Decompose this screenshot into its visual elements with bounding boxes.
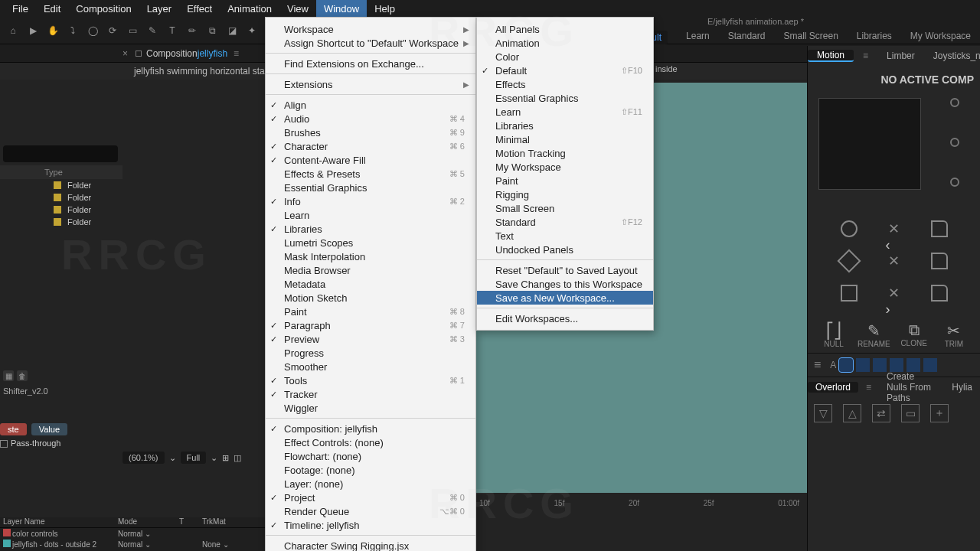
ease-preset[interactable] xyxy=(906,358,920,372)
push-down-icon[interactable]: ▽ xyxy=(814,404,832,422)
project-row[interactable]: Folder xyxy=(0,216,122,228)
workspace-small-screen[interactable]: Small Screen xyxy=(783,31,838,44)
clone-tool-icon[interactable]: ⧉ xyxy=(204,22,220,39)
menu-item[interactable]: Brushes⌘ 9 xyxy=(266,126,475,139)
zoom-select[interactable]: (60.1%) xyxy=(122,452,165,464)
menu-item[interactable]: Metadata xyxy=(266,277,475,291)
menu-item[interactable]: Small Screen xyxy=(477,201,653,215)
overlord-tab[interactable]: Overlord xyxy=(808,382,858,393)
project-search-input[interactable] xyxy=(3,145,118,162)
menu-item[interactable]: Edit Workspaces... xyxy=(477,311,653,325)
resolution-select[interactable]: Full xyxy=(181,452,207,464)
text-a-icon[interactable]: A xyxy=(830,360,836,370)
menu-item[interactable]: Minimal xyxy=(477,132,653,146)
overlord-tab[interactable]: Create Nulls From Paths xyxy=(879,371,944,403)
dot-icon[interactable] xyxy=(950,138,959,147)
menu-item[interactable]: Libraries xyxy=(477,119,653,132)
diamond-icon[interactable] xyxy=(837,249,861,272)
menu-item[interactable]: Progress xyxy=(266,346,475,360)
type-tool-icon[interactable]: T xyxy=(164,22,181,39)
menu-item[interactable]: Mask Interpolation xyxy=(266,249,475,263)
ease-preset[interactable] xyxy=(923,358,937,372)
menu-item[interactable]: Wiggler xyxy=(266,401,475,415)
workspace-standard[interactable]: Standard xyxy=(728,31,766,44)
inspector-tab[interactable]: Joysticks_n_Sliders xyxy=(924,51,980,61)
null-button[interactable]: ⎡⎦NULL xyxy=(814,321,854,348)
menu-item[interactable]: Workspace▶ xyxy=(266,22,475,36)
menu-item[interactable]: Render Queue⌥⌘ 0 xyxy=(266,504,475,518)
circle-icon[interactable] xyxy=(841,220,858,237)
project-row[interactable]: Folder xyxy=(0,179,122,191)
menu-item[interactable]: Essential Graphics xyxy=(266,181,475,194)
page-icon[interactable] xyxy=(931,253,948,269)
close-icon[interactable]: × xyxy=(122,48,128,59)
rename-button[interactable]: ✎RENAME xyxy=(854,321,893,348)
menu-item[interactable]: Effects xyxy=(477,77,653,91)
menu-item[interactable]: ✓Project⌘ 0 xyxy=(266,491,475,504)
dot-icon[interactable] xyxy=(950,98,959,107)
eraser-tool-icon[interactable]: ◪ xyxy=(224,22,240,39)
menu-layer[interactable]: Layer xyxy=(139,0,180,17)
menu-item[interactable]: Learn⇧F11 xyxy=(477,105,653,119)
rect-tool-icon[interactable]: ▭ xyxy=(124,22,141,39)
menu-view[interactable]: View xyxy=(279,0,316,17)
timeline-ruler[interactable]: 10f15f20f25f01:00f xyxy=(475,499,804,513)
passthrough-checkbox[interactable] xyxy=(0,440,8,448)
trim-button[interactable]: ✂TRIM xyxy=(934,321,974,348)
project-row[interactable]: Folder xyxy=(0,191,122,204)
project-row[interactable]: Folder xyxy=(0,204,122,216)
ease-preset[interactable] xyxy=(890,358,903,372)
comp-name[interactable]: jellyfish xyxy=(198,48,227,59)
overlord-tab[interactable]: Hylia xyxy=(944,382,980,393)
menu-item[interactable]: Standard⇧F12 xyxy=(477,215,653,229)
menu-item[interactable]: ✓Libraries xyxy=(266,222,475,236)
ease-preset[interactable] xyxy=(873,358,887,372)
roto-tool-icon[interactable]: ✦ xyxy=(243,22,260,39)
layer-row[interactable]: jellyfish - dots - outside 2Normal ⌄None… xyxy=(0,539,268,549)
menu-item[interactable]: Animation xyxy=(477,36,653,50)
menu-item[interactable]: Media Browser xyxy=(266,263,475,277)
menu-item[interactable]: ✓Default⇧F10 xyxy=(477,64,653,77)
menu-item[interactable]: Learn xyxy=(266,208,475,222)
selection-tool-icon[interactable]: ▶ xyxy=(24,22,41,39)
inspector-tab[interactable]: Motion xyxy=(808,50,854,62)
menu-item[interactable]: My Workspace xyxy=(477,160,653,174)
pen-tool-icon[interactable]: ✎ xyxy=(144,22,161,39)
res-caret-icon[interactable]: ⌄ xyxy=(211,453,217,463)
swap-icon[interactable]: ⇄ xyxy=(872,404,890,422)
close-icon[interactable] xyxy=(886,253,903,269)
menu-item[interactable]: ✓Audio⌘ 4 xyxy=(266,112,475,126)
menu-item[interactable]: ✓Paragraph⌘ 7 xyxy=(266,318,475,332)
workspace-learn[interactable]: Learn xyxy=(686,31,710,44)
menu-animation[interactable]: Animation xyxy=(220,0,279,17)
menu-item[interactable]: Assign Shortcut to "Default" Workspace▶ xyxy=(266,36,475,50)
layer-row[interactable]: color controlsNormal ⌄ xyxy=(0,528,268,539)
workspace-my-workspace[interactable]: My Workspace xyxy=(910,31,971,44)
menu-item[interactable]: Reset "Default" to Saved Layout xyxy=(477,263,653,277)
menu-item[interactable]: Flowchart: (none) xyxy=(266,449,475,463)
orbit-tool-icon[interactable]: ◯ xyxy=(84,22,101,39)
menu-item[interactable]: Paint⌘ 8 xyxy=(266,305,475,318)
square-icon[interactable] xyxy=(841,285,858,302)
hand-tool-icon[interactable]: ✋ xyxy=(44,22,61,39)
menu-item[interactable]: Undocked Panels xyxy=(477,243,653,256)
menu-item[interactable]: ✓Tracker xyxy=(266,387,475,401)
trash-icon[interactable]: 🗑 xyxy=(17,370,28,381)
menu-item[interactable]: Color xyxy=(477,50,653,64)
menu-item[interactable]: ✓Character⌘ 6 xyxy=(266,139,475,153)
zoom-tool-icon[interactable]: ⤵ xyxy=(64,22,81,39)
workspace-submenu[interactable]: All PanelsAnimationColor✓Default⇧F10Effe… xyxy=(476,17,654,331)
menu-item[interactable]: Motion Tracking xyxy=(477,146,653,160)
menu-item[interactable]: Footage: (none) xyxy=(266,463,475,477)
menu-item[interactable]: ✓Info⌘ 2 xyxy=(266,194,475,208)
menu-item[interactable]: ✓Tools⌘ 1 xyxy=(266,373,475,387)
menu-effect[interactable]: Effect xyxy=(179,0,220,17)
back-icon[interactable]: ‹ xyxy=(886,220,903,237)
ease-preset[interactable] xyxy=(839,358,853,372)
zoom-caret-icon[interactable]: ⌄ xyxy=(169,453,176,463)
pull-up-icon[interactable]: △ xyxy=(843,404,861,422)
menu-composition[interactable]: Composition xyxy=(68,0,139,17)
menu-edit[interactable]: Edit xyxy=(36,0,68,17)
panel-menu-icon[interactable]: ≡ xyxy=(234,48,239,59)
menu-item[interactable]: Essential Graphics xyxy=(477,91,653,105)
